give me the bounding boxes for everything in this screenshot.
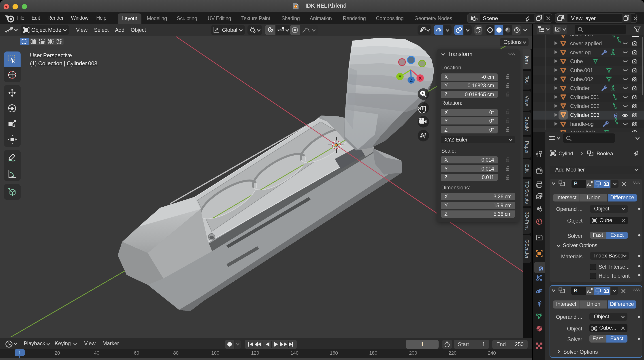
svg-text:Z: Z xyxy=(410,78,413,83)
svg-text:X: X xyxy=(418,76,422,81)
svg-text:Y: Y xyxy=(398,74,402,80)
